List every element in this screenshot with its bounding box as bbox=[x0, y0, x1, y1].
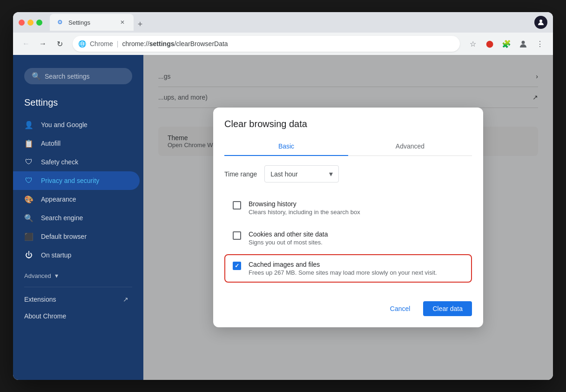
address-domain: Chrome bbox=[90, 40, 113, 47]
cached-images-desc: Frees up 267 MB. Some sites may load mor… bbox=[249, 269, 464, 276]
search-engine-icon: 🔍 bbox=[24, 213, 34, 223]
sidebar-item-label: Privacy and security bbox=[41, 177, 99, 184]
maximize-button[interactable] bbox=[36, 20, 42, 26]
dialog-overlay: Clear browsing data Basic Advanced Time … bbox=[143, 55, 553, 380]
browsing-history-item: Browsing history Clears history, includi… bbox=[224, 194, 472, 222]
profile-button[interactable] bbox=[534, 16, 547, 29]
settings-search-bar: 🔍 Search settings bbox=[13, 62, 143, 90]
select-dropdown-icon: ▾ bbox=[329, 169, 333, 178]
address-bar[interactable]: 🌐 Chrome | chrome://settings/clearBrowse… bbox=[73, 36, 460, 52]
browsing-history-desc: Clears history, including in the search … bbox=[249, 209, 464, 216]
sidebar-divider bbox=[24, 287, 132, 287]
sidebar-item-about[interactable]: About Chrome bbox=[13, 308, 140, 324]
settings-content: ...gs › ...ups, and more) ↗ Theme Open C… bbox=[143, 55, 553, 380]
cookies-desc: Signs you out of most sites. bbox=[249, 239, 464, 246]
time-range-select[interactable]: Last hour ▾ bbox=[264, 165, 339, 182]
cookies-checkbox[interactable] bbox=[233, 231, 241, 240]
dialog-tabs: Basic Advanced bbox=[224, 137, 472, 156]
back-button[interactable]: ← bbox=[19, 36, 34, 51]
close-button[interactable] bbox=[19, 20, 25, 26]
sidebar-item-default-browser[interactable]: ⬛ Default browser bbox=[13, 227, 140, 246]
sidebar-item-label: Search engine bbox=[41, 214, 83, 222]
cached-images-checkbox[interactable] bbox=[233, 262, 241, 270]
about-label: About Chrome bbox=[24, 312, 66, 320]
advanced-label: Advanced bbox=[24, 272, 51, 279]
sidebar-item-on-startup[interactable]: ⏻ On startup bbox=[13, 246, 140, 264]
appearance-icon: 🎨 bbox=[24, 195, 34, 204]
dialog-body: Time range Last hour ▾ Browsing history bbox=[213, 156, 483, 294]
traffic-lights bbox=[19, 20, 42, 26]
tab-basic[interactable]: Basic bbox=[224, 137, 348, 155]
settings-search-inner[interactable]: 🔍 Search settings bbox=[24, 68, 132, 84]
cached-images-label: Cached images and files bbox=[249, 261, 464, 268]
privacy-shield-icon: 🛡 bbox=[24, 176, 34, 185]
person-icon: 👤 bbox=[24, 120, 34, 129]
menu-button[interactable]: ⋮ bbox=[532, 36, 547, 51]
toolbar-icons: ☆ ⬤ 🧩 ⋮ bbox=[465, 36, 547, 51]
minimize-button[interactable] bbox=[27, 20, 34, 26]
nav-bar: ← → ↻ 🌐 Chrome | chrome://settings/clear… bbox=[13, 33, 553, 55]
tab-favicon-icon: ⚙ bbox=[57, 19, 65, 26]
sidebar-item-you-and-google[interactable]: 👤 You and Google bbox=[13, 115, 140, 134]
time-range-row: Time range Last hour ▾ bbox=[224, 165, 472, 182]
sidebar-title: Settings bbox=[13, 97, 143, 115]
advanced-dropdown-icon: ▾ bbox=[55, 272, 58, 279]
extensions-button[interactable]: 🧩 bbox=[499, 36, 514, 51]
dialog-header: Clear browsing data Basic Advanced bbox=[213, 108, 483, 156]
time-range-label: Time range bbox=[224, 170, 257, 178]
default-browser-icon: ⬛ bbox=[24, 232, 34, 241]
profile-icon bbox=[537, 19, 545, 26]
bookmark-button[interactable]: ☆ bbox=[465, 36, 480, 51]
clear-data-button[interactable]: Clear data bbox=[423, 301, 472, 316]
dialog-footer: Cancel Clear data bbox=[213, 294, 483, 327]
sidebar-item-label: On startup bbox=[41, 251, 71, 259]
forward-button[interactable]: → bbox=[35, 36, 50, 51]
cached-images-item: Cached images and files Frees up 267 MB.… bbox=[224, 254, 472, 283]
cookies-item: Cookies and other site data Signs you ou… bbox=[224, 224, 472, 252]
external-link-icon: ↗ bbox=[123, 296, 128, 303]
address-separator: | bbox=[117, 40, 119, 47]
sidebar-item-label: Appearance bbox=[41, 196, 76, 203]
browsing-history-label: Browsing history bbox=[249, 200, 464, 208]
advanced-section[interactable]: Advanced ▾ bbox=[13, 268, 143, 283]
sidebar-item-search-engine[interactable]: 🔍 Search engine bbox=[13, 209, 140, 227]
tab-settings[interactable]: ⚙ Settings ✕ bbox=[50, 14, 134, 31]
sidebar-item-appearance[interactable]: 🎨 Appearance bbox=[13, 190, 140, 209]
sidebar-item-privacy[interactable]: 🛡 Privacy and security bbox=[13, 171, 140, 190]
extension-opera-icon[interactable]: ⬤ bbox=[482, 36, 497, 51]
tab-title-label: Settings bbox=[68, 19, 90, 26]
search-placeholder: Search settings bbox=[45, 73, 90, 80]
cookies-label: Cookies and other site data bbox=[249, 230, 464, 238]
address-path: chrome://settings/clearBrowserData bbox=[122, 40, 228, 47]
reload-button[interactable]: ↻ bbox=[52, 36, 67, 51]
address-site-icon: 🌐 bbox=[78, 40, 86, 47]
shield-icon: 🛡 bbox=[24, 157, 34, 167]
profile-avatar-button[interactable] bbox=[516, 36, 531, 51]
cancel-button[interactable]: Cancel bbox=[381, 301, 420, 316]
search-icon: 🔍 bbox=[32, 72, 41, 81]
avatar-icon bbox=[519, 40, 527, 48]
sidebar-item-label: You and Google bbox=[41, 121, 88, 128]
tab-close-button[interactable]: ✕ bbox=[119, 19, 126, 26]
title-bar: ⚙ Settings ✕ + bbox=[13, 12, 553, 33]
sidebar-item-safety-check[interactable]: 🛡 Safety check bbox=[13, 153, 140, 171]
browsing-history-checkbox[interactable] bbox=[233, 201, 241, 210]
sidebar-item-label: Default browser bbox=[41, 233, 87, 240]
svg-point-0 bbox=[539, 20, 542, 22]
tab-bar: ⚙ Settings ✕ + bbox=[50, 14, 531, 31]
startup-icon: ⏻ bbox=[24, 250, 34, 260]
dialog-title: Clear browsing data bbox=[224, 119, 472, 129]
sidebar-item-autofill[interactable]: 📋 Autofill bbox=[13, 134, 140, 153]
new-tab-button[interactable]: + bbox=[134, 18, 147, 31]
tab-advanced[interactable]: Advanced bbox=[348, 137, 472, 155]
clear-browsing-data-dialog: Clear browsing data Basic Advanced Time … bbox=[213, 108, 483, 327]
sidebar: 🔍 Search settings Settings 👤 You and Goo… bbox=[13, 55, 143, 380]
sidebar-item-label: Autofill bbox=[41, 140, 61, 147]
sidebar-item-extensions[interactable]: Extensions ↗ bbox=[13, 291, 140, 308]
extensions-label: Extensions bbox=[24, 296, 56, 303]
browsing-history-text: Browsing history Clears history, includi… bbox=[249, 200, 464, 216]
sidebar-item-label: Safety check bbox=[41, 158, 78, 166]
cached-images-text: Cached images and files Frees up 267 MB.… bbox=[249, 261, 464, 276]
cookies-text: Cookies and other site data Signs you ou… bbox=[249, 230, 464, 246]
main-content: 🔍 Search settings Settings 👤 You and Goo… bbox=[13, 55, 553, 380]
